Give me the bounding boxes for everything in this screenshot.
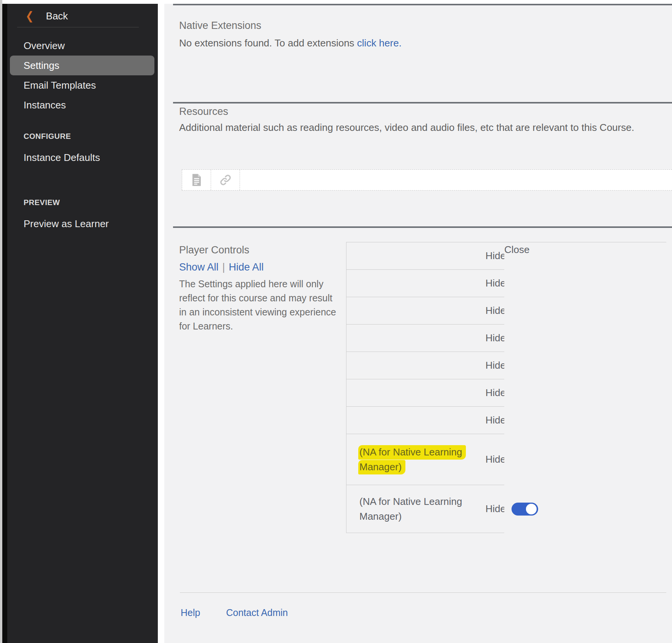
resources-section-line <box>173 102 672 103</box>
row-sublabel-highlighted: (NA for Native Learning Manager) <box>358 445 466 474</box>
hide-label: Hide <box>479 305 506 317</box>
hide-label: Hide <box>479 414 506 426</box>
hide-label: Hide <box>479 332 506 344</box>
player-controls-title: Player Controls <box>179 244 249 256</box>
add-document-button[interactable] <box>182 170 211 190</box>
sidebar-nav: OverviewSettingsEmail TemplatesInstances… <box>7 36 158 234</box>
back-label: Back <box>46 10 68 22</box>
hide-all-link[interactable]: Hide All <box>229 261 264 273</box>
help-link[interactable]: Help <box>181 607 200 618</box>
hide-label: Hide <box>479 250 506 262</box>
add-link-button[interactable] <box>211 170 240 190</box>
native-extensions-empty-label: No extensions found. To add extensions <box>179 37 357 49</box>
row-label: Close(NA for Native Learning Manager) <box>359 494 479 524</box>
sidebar-item-preview-as-learner[interactable]: Preview as Learner <box>7 214 158 234</box>
footer-links: HelpContact Admin <box>181 607 288 618</box>
hide-label: Hide <box>479 277 506 289</box>
resources-toolbar <box>182 169 672 191</box>
hide-label: Hide <box>479 360 506 371</box>
content-gutter <box>158 0 164 643</box>
main-content: Native Extensions No extensions found. T… <box>158 0 672 643</box>
sidebar-divider <box>17 27 139 27</box>
player-controls-links: Show All|Hide All <box>179 261 264 273</box>
left-black-rail <box>2 4 7 643</box>
app: ❮ Back OverviewSettingsEmail TemplatesIn… <box>0 0 672 643</box>
top-strip <box>158 0 672 4</box>
resources-title: Resources <box>179 105 228 118</box>
hide-label: Hide <box>479 387 506 399</box>
sidebar-item-settings[interactable]: Settings <box>10 56 154 75</box>
hide-label: Hide <box>479 454 506 465</box>
native-extensions-empty-text: No extensions found. To add extensions c… <box>179 37 402 49</box>
sidebar: ❮ Back OverviewSettingsEmail TemplatesIn… <box>7 4 158 643</box>
sidebar-item-email-templates[interactable]: Email Templates <box>7 75 158 95</box>
sidebar-item-instances[interactable]: Instances <box>7 95 158 115</box>
document-icon <box>191 173 202 186</box>
native-extensions-title: Native Extensions <box>179 19 261 32</box>
click-here-link[interactable]: click here. <box>357 37 402 49</box>
row-sublabel: (NA for Native Learning Manager) <box>359 496 462 522</box>
toggle-knob <box>526 504 537 514</box>
footer-divider <box>180 592 666 593</box>
sidebar-item-overview[interactable]: Overview <box>7 36 158 56</box>
player-controls-table: Table of contentHideShowNotesHideShowLan… <box>346 242 666 533</box>
player-controls-note: The Settings applied here will only refl… <box>179 277 345 333</box>
top-section-line <box>173 4 672 5</box>
row-label: Playback control(NA for Native Learning … <box>359 445 479 474</box>
show-all-link[interactable]: Show All <box>179 261 219 273</box>
chevron-left-icon: ❮ <box>25 9 34 23</box>
player-controls-section-line <box>173 226 672 228</box>
back-button[interactable]: ❮ Back <box>7 4 158 26</box>
sidebar-header-configure: CONFIGURE <box>7 129 158 144</box>
sidebar-item-instance-defaults[interactable]: Instance Defaults <box>7 148 158 167</box>
table-row-close: Close(NA for Native Learning Manager)Hid… <box>346 485 666 533</box>
sidebar-header-preview: PREVIEW <box>7 195 158 210</box>
links-separator: | <box>219 261 229 273</box>
hide-label: Hide <box>479 503 506 515</box>
row-label-text: Close <box>504 242 672 643</box>
link-icon <box>219 173 232 186</box>
resources-description: Additional material such as reading reso… <box>179 121 634 134</box>
contact-admin-link[interactable]: Contact Admin <box>226 607 288 618</box>
toggle-switch[interactable] <box>512 503 538 516</box>
